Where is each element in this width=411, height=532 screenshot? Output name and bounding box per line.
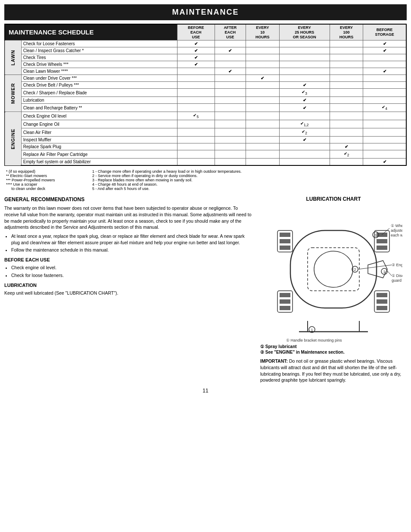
svg-line-36 (388, 271, 392, 276)
check-cell (246, 54, 279, 61)
svg-point-2 (314, 251, 353, 287)
check-cell (279, 159, 330, 166)
svg-rect-16 (377, 293, 387, 297)
general-recs-title: GENERAL RECOMMENDATIONS (4, 196, 253, 203)
check-cell (246, 104, 279, 112)
check-cell (330, 82, 363, 89)
section-mower: MOWER (5, 75, 21, 112)
check-cell (246, 68, 279, 75)
svg-rect-9 (377, 239, 387, 243)
check-cell (215, 40, 246, 47)
check-cell: ✔ (363, 47, 406, 54)
table-row: LAWN Check for Loose Fasteners ✔ ✔ (5, 40, 406, 47)
check-cell (246, 40, 279, 47)
check-cell (177, 150, 215, 159)
task-drive-cover: Clean under Drive Cover *** (21, 75, 177, 82)
task-empty-fuel: Empty fuel system or add Stabilizer (21, 159, 177, 166)
check-cell (215, 159, 246, 166)
svg-text:1: 1 (374, 233, 377, 237)
check-cell: ✔ (363, 68, 406, 75)
check-cell (177, 75, 215, 82)
task-sharpen-blade: Check / Sharpen / Replace Blade (21, 89, 177, 97)
check-cell: ✔1,2 (279, 120, 330, 128)
check-cell (279, 54, 330, 61)
check-cell (363, 112, 406, 120)
svg-rect-17 (377, 299, 387, 304)
check-cell (330, 104, 363, 112)
table-row: Clean / Inspect Grass Catcher * ✔ ✔ ✔ (5, 47, 406, 54)
list-item: Check for loose fasteners. (11, 272, 253, 279)
check-cell (215, 137, 246, 143)
check-cell (246, 137, 279, 143)
check-cell (177, 120, 215, 128)
footnote-item: to clean under deck (6, 187, 84, 191)
svg-rect-18 (377, 306, 387, 310)
lubrication-title: LUBRICATION (4, 282, 253, 289)
check-cell (177, 97, 215, 104)
svg-rect-12 (280, 293, 290, 297)
svg-text:adjuster (on: adjuster (on (391, 228, 402, 233)
col-every-10: EVERY10HOURS (246, 24, 279, 40)
section-engine: ENGINE (5, 112, 21, 166)
table-row: Change Engine Oil ✔1,2 (5, 120, 406, 128)
svg-rect-14 (280, 306, 290, 310)
task-grass-catcher: Clean / Inspect Grass Catcher * (21, 47, 177, 54)
svg-text:2: 2 (354, 268, 356, 272)
check-cell (215, 143, 246, 150)
lubrication-section: LUBRICATION Keep unit well lubricated (S… (4, 282, 253, 296)
important-note: IMPORTANT: Do not oil or grease plastic … (260, 358, 407, 383)
check-cell (279, 40, 330, 47)
check-cell: ✔2 (330, 150, 363, 159)
check-cell (177, 137, 215, 143)
general-recommendations: GENERAL RECOMMENDATIONS The warranty on … (4, 196, 253, 383)
table-row: Check Tires ✔ (5, 54, 406, 61)
table-row: Inspect Muffler ✔ (5, 137, 406, 143)
table-row: Check Drive Wheels *** ✔ (5, 61, 406, 68)
task-drive-belt: Check Drive Belt / Pulleys *** (21, 82, 177, 89)
check-cell (330, 61, 363, 68)
check-cell: ✔ (246, 75, 279, 82)
check-cell (330, 159, 363, 166)
check-cell (177, 89, 215, 97)
before-each-use-title: BEFORE EACH USE (4, 257, 253, 263)
list-item: Follow the maintenance schedule in this … (11, 247, 253, 253)
col-after-each-use: AFTEREACHUSE (215, 24, 246, 40)
check-cell (246, 120, 279, 128)
check-cell: ✔ (215, 47, 246, 54)
check-cell (215, 120, 246, 128)
table-row: Lubrication ✔ (5, 97, 406, 104)
col-before-storage: BEFORESTORAGE (363, 24, 406, 40)
check-cell (279, 47, 330, 54)
check-cell: ✔ (177, 47, 215, 54)
table-row: Clean and Recharge Battery ** ✔ ✔4 (5, 104, 406, 112)
svg-rect-0 (290, 230, 377, 308)
check-cell: ✔ (330, 143, 363, 150)
col-every-100: EVERY100HOURS (330, 24, 363, 40)
check-cell (246, 112, 279, 120)
check-cell: ✔4 (363, 104, 406, 112)
check-cell (363, 143, 406, 150)
check-cell (363, 75, 406, 82)
before-each-use-list: Check engine oil level. Check for loose … (11, 264, 253, 278)
svg-text:guard hinge pin: guard hinge pin (392, 278, 402, 283)
check-cell (330, 137, 363, 143)
task-check-tires: Check Tires (21, 54, 177, 61)
check-cell (177, 104, 215, 112)
check-cell: ✔ (279, 82, 330, 89)
svg-rect-1 (308, 248, 359, 291)
bottom-section: GENERAL RECOMMENDATIONS The warranty on … (4, 196, 407, 383)
check-cell: ✔ (279, 104, 330, 112)
check-cell (330, 112, 363, 120)
check-cell (246, 47, 279, 54)
check-cell: ✔5 (177, 112, 215, 120)
col-before-each-use: BEFOREEACHUSE (177, 24, 215, 40)
svg-text:② Engine oil: ② Engine oil (392, 263, 402, 267)
lub-chart-diagram: 1 2 1 1 ① Wheel adjuster (on each w (265, 205, 402, 342)
table-row: Clean Air Filter ✔2 (5, 128, 406, 137)
task-replace-spark-plug: Replace Spark Plug (21, 143, 177, 150)
check-cell (279, 150, 330, 159)
check-cell: ✔ (215, 68, 246, 75)
check-cell (246, 97, 279, 104)
check-cell (279, 75, 330, 82)
check-cell (279, 112, 330, 120)
